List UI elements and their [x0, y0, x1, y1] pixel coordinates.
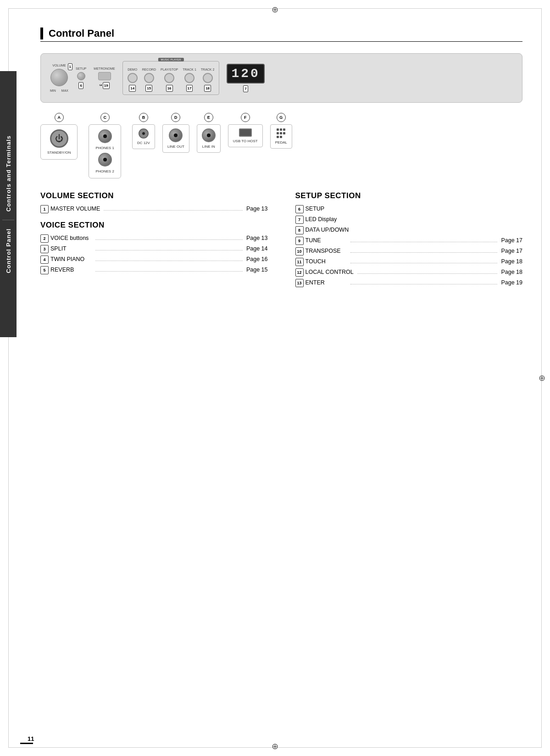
power-btn[interactable]: ⏻ [50, 129, 68, 148]
volume-knob[interactable] [50, 69, 68, 86]
item-num-10: 10 [295, 247, 304, 256]
pedal-label: PEDAL [275, 140, 287, 145]
voice-section-heading: VOICE SECTION [40, 221, 268, 230]
phones1-jack[interactable] [98, 129, 112, 143]
item-page-11: Page 18 [501, 258, 522, 265]
setup-item-9: 9 TUNE Page 17 [295, 237, 523, 245]
setup-item-10: 10 TRANSPOSE Page 17 [295, 247, 523, 256]
label-d: D [171, 113, 180, 122]
min-label: MIN [50, 89, 56, 92]
standby-label: STANDBY/ON [47, 150, 71, 155]
dc12v-label: DC 12V [137, 141, 150, 145]
num14-badge: 14 [129, 85, 136, 92]
num15-badge: 15 [145, 85, 152, 92]
setup-item-7: 7 LED Display [295, 216, 523, 224]
demo-btn[interactable] [128, 73, 138, 83]
usb-label: USB TO HOST [233, 139, 258, 143]
label-b: B [139, 113, 148, 122]
side-tab-bottom-label: Control Panel [5, 224, 12, 283]
track1-btn[interactable] [184, 73, 194, 83]
play-stop-label: PLAY/STOP [161, 68, 178, 71]
compass-top: ⊕ [272, 5, 278, 15]
item-dots-13 [350, 284, 498, 284]
item-num-3: 3 [40, 245, 49, 253]
page-title: Control Panel [49, 28, 114, 39]
track2-label: TRACK 2 [201, 68, 215, 71]
item-name-enter: ENTER [306, 279, 347, 286]
item-num-6: 6 [295, 205, 304, 213]
phones1-label: PHONES 1 [95, 146, 114, 150]
voice-item-5: 5 REVERB Page 15 [40, 266, 268, 274]
usb-port[interactable] [239, 128, 252, 137]
music-player-label: MUSIC PLAYER [158, 58, 183, 61]
item-name-local-control: LOCAL CONTROL [306, 269, 354, 275]
item-page-10: Page 17 [501, 248, 522, 254]
main-content: Control Panel VOLUME 1 MIN MAX SETUP 6 [22, 0, 550, 317]
track2-btn[interactable] [203, 73, 213, 83]
line-out-box: LINE OUT [162, 124, 189, 153]
compass-right: ⊕ [539, 373, 545, 383]
line-out-label: LINE OUT [167, 145, 184, 149]
track2-control: TRACK 2 18 [201, 68, 215, 92]
pedal-connector[interactable] [277, 128, 285, 138]
volume-label: VOLUME [52, 64, 66, 67]
track1-label: TRACK 1 [183, 68, 196, 71]
terminal-group-bdefg: B DC 12V D LINE OUT [132, 113, 292, 153]
record-btn[interactable] [144, 73, 154, 83]
item-num-12: 12 [295, 268, 304, 277]
play-stop-control: PLAY/STOP 16 [161, 68, 178, 92]
line-in-box: LINE IN [197, 124, 221, 153]
setup-item-11: 11 TOUCH Page 18 [295, 258, 523, 266]
side-tab-divider [2, 220, 14, 220]
item-num-7: 7 [295, 216, 304, 224]
item-num-4: 4 [40, 256, 49, 264]
right-col: SETUP SECTION 6 SETUP 7 LED Display 8 DA… [295, 191, 523, 289]
item-num-5: 5 [40, 266, 49, 274]
volume-item-1: 1 MASTER VOLUME Page 13 [40, 205, 268, 213]
item-num-8: 8 [295, 226, 304, 234]
num19-badge: 19 [103, 82, 110, 89]
item-dots-12 [357, 273, 498, 274]
item-page-4: Page 16 [246, 256, 268, 262]
setup-item-12: 12 LOCAL CONTROL Page 18 [295, 268, 523, 277]
led-display: 120 [227, 64, 264, 83]
pedal-pin7 [277, 136, 279, 138]
control-panel-image: VOLUME 1 MIN MAX SETUP 6 METRONOME ¹⁴ [40, 53, 522, 103]
item-dots-11 [350, 263, 498, 263]
item-page-2: Page 13 [246, 235, 268, 241]
record-control: RECORD 15 [142, 68, 156, 92]
pedal-pin2 [280, 128, 282, 131]
num16-badge: 16 [166, 85, 173, 92]
side-tab: Controls and Terminals Control Panel [0, 71, 17, 337]
voice-item-2: 2 VOICE buttons Page 13 [40, 234, 268, 243]
num18-badge: 18 [204, 85, 211, 92]
standby-box: ⏻ STANDBY/ON [40, 124, 78, 160]
phones2-jack[interactable] [98, 153, 112, 167]
item-dots-2 [95, 239, 243, 240]
item-name-master-volume: MASTER VOLUME [50, 206, 100, 212]
item-page-5: Page 15 [246, 267, 268, 273]
item-name-touch: TOUCH [306, 258, 347, 265]
setup-knob[interactable] [77, 72, 85, 80]
play-stop-btn[interactable] [164, 73, 174, 83]
terminal-c: C PHONES 1 PHONES 2 [89, 113, 121, 178]
title-rule [40, 41, 522, 42]
line-in-port[interactable] [202, 128, 216, 142]
item-name-tune: TUNE [306, 237, 347, 244]
compass-bottom: ⊕ [272, 741, 278, 751]
item-name-twin-piano: TWIN PIANO [50, 256, 92, 262]
metronome-btn[interactable] [98, 72, 111, 80]
item-num-11: 11 [295, 258, 304, 266]
setup-label: SETUP [76, 67, 86, 70]
num14-pre: ¹⁴ [99, 84, 101, 88]
dc12v-port[interactable] [139, 128, 149, 139]
setup-item-8: 8 DATA UP/DOWN [295, 226, 523, 234]
item-name-data-updown: DATA UP/DOWN [306, 227, 349, 233]
demo-label: DEMO [128, 68, 137, 71]
line-out-port[interactable] [169, 128, 183, 142]
num1-badge: 1 [68, 63, 72, 70]
metronome-label: METRONOME [94, 67, 115, 70]
item-dots-1 [104, 210, 243, 211]
usb-box: USB TO HOST [228, 124, 263, 147]
item-dots-3 [95, 250, 243, 250]
